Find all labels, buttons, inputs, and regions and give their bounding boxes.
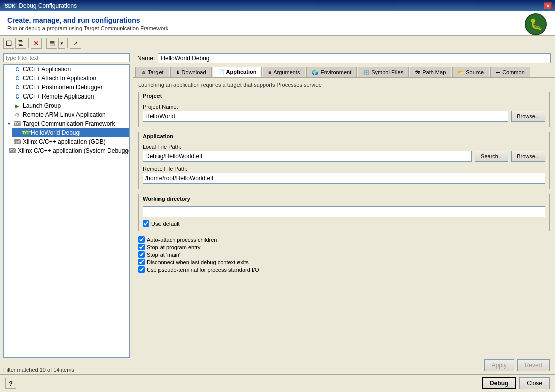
revert-button[interactable]: Revert — [517, 359, 550, 371]
toolbar-separator-3 — [67, 38, 68, 48]
project-group-title: Project — [139, 92, 549, 100]
toolbar-separator-1 — [28, 38, 29, 48]
tree-item-xilinx-sys[interactable]: SYS Xilinx C/C++ application (System Deb… — [4, 146, 129, 155]
bottom-buttons: Apply Revert — [133, 356, 555, 374]
left-panel: C C/C++ Application C C/C++ Attach to Ap… — [0, 51, 133, 374]
tree-item-cc-remote[interactable]: C C/C++ Remote Application — [4, 92, 129, 101]
stop-entry-label: Stop at program entry — [147, 244, 200, 250]
stop-entry-checkbox[interactable] — [138, 244, 145, 250]
tree-item-tcf[interactable]: ▼ TCF Target Communication Framework — [4, 119, 129, 128]
tree-item-label: HelloWorld Debug — [31, 129, 80, 136]
options-section: Auto-attach process children Stop at pro… — [138, 236, 550, 273]
tcf-icon: TCF — [14, 121, 21, 126]
tab-symbol-files[interactable]: 🔣 Symbol Files — [358, 67, 409, 77]
export-button[interactable]: ↗ — [70, 38, 81, 49]
apply-button[interactable]: Apply — [484, 359, 514, 371]
app-logo: 🐛 — [525, 13, 547, 35]
working-dir-group-title: Working directory — [139, 194, 549, 203]
new-icon: ☐ — [6, 39, 12, 47]
filter-button[interactable]: ▤ — [46, 38, 57, 49]
project-group: Project Project Name: Browse... — [138, 92, 550, 127]
delete-icon: ✕ — [33, 39, 39, 47]
tab-path-map[interactable]: 🗺 Path Map — [410, 67, 451, 77]
tree-item-cc-postmortem[interactable]: C C/C++ Postmortem Debugger — [4, 83, 129, 92]
delete-config-button[interactable]: ✕ — [31, 38, 42, 49]
tree-item-helloworld-debug[interactable]: TCF HelloWorld Debug — [12, 128, 129, 137]
header-section: Create, manage, and run configurations R… — [0, 11, 555, 36]
project-name-input[interactable] — [143, 111, 508, 122]
duplicate-icon: ⿻ — [18, 40, 24, 47]
gdb-icon: gdb — [14, 139, 21, 144]
tab-arguments[interactable]: ≡ Arguments — [263, 67, 305, 77]
stop-main-checkbox[interactable] — [138, 251, 145, 258]
tab-label: Arguments — [273, 69, 300, 75]
tree-item-launch-group[interactable]: ▶ Launch Group — [4, 101, 129, 110]
new-config-button[interactable]: ☐ — [3, 38, 14, 49]
filter-icon: ▤ — [49, 40, 55, 47]
tree-item-label: Launch Group — [23, 102, 61, 109]
filter-dropdown-button[interactable]: ▼ — [58, 38, 65, 49]
application-tab-icon: 📄 — [218, 69, 224, 75]
search-button[interactable]: Search... — [475, 151, 508, 162]
local-file-path-input[interactable] — [143, 151, 472, 162]
name-bar: Name: — [133, 51, 555, 65]
tab-common[interactable]: ☰ Common — [490, 67, 530, 77]
tree-hscroll[interactable] — [0, 358, 133, 365]
auto-attach-label: Auto-attach process children — [147, 237, 217, 243]
stop-main-label: Stop at 'main' — [147, 252, 180, 258]
toolbar: ☐ ⿻ ✕ ▤ ▼ ↗ — [0, 36, 555, 51]
disconnect-checkbox[interactable] — [138, 259, 145, 265]
header-subtitle: Run or debug a program using Target Comm… — [7, 25, 548, 31]
launch-icon: ▶ — [14, 103, 21, 109]
working-dir-input[interactable] — [143, 206, 545, 217]
tabs-bar: 🖥 Target ⬇ Download 📄 Application ≡ Argu… — [133, 65, 555, 78]
tree-item-remote-arm[interactable]: ⚙ Remote ARM Linux Application — [4, 110, 129, 119]
tab-source[interactable]: 📂 Source — [452, 67, 489, 77]
remote-file-path-input[interactable] — [143, 173, 545, 184]
tab-target[interactable]: 🖥 Target — [135, 67, 169, 77]
pseudo-terminal-checkbox[interactable] — [138, 266, 145, 273]
tab-label: Path Map — [422, 69, 446, 75]
app-icon: SDK — [3, 3, 17, 9]
debug-button[interactable]: Debug — [482, 377, 516, 389]
source-tab-icon: 📂 — [458, 70, 464, 75]
tab-environment[interactable]: 🌍 Environment — [306, 67, 357, 77]
info-text: Launching an application requires a targ… — [138, 82, 550, 88]
config-name-input[interactable] — [158, 53, 551, 63]
close-button[interactable]: Close — [519, 377, 550, 389]
cc-icon: C — [14, 67, 21, 72]
tree-item-label: C/C++ Application — [23, 66, 71, 73]
tree-item-xilinx-gdb[interactable]: gdb Xilinx C/C++ application (GDB) — [4, 137, 129, 146]
target-tab-icon: 🖥 — [141, 70, 146, 75]
close-window-button[interactable]: ✕ — [544, 2, 552, 9]
tab-label: Target — [148, 69, 164, 75]
tab-label: Environment — [320, 69, 351, 75]
tab-application[interactable]: 📄 Application — [213, 67, 262, 77]
tree-item-label: Xilinx C/C++ application (GDB) — [23, 138, 106, 145]
local-browse-button[interactable]: Browse... — [511, 151, 545, 162]
cc-icon: C — [14, 94, 21, 100]
filter-input[interactable] — [3, 53, 130, 62]
filter-status: Filter matched 10 of 14 items — [0, 365, 133, 374]
window-title: Debug Configurations — [19, 2, 77, 9]
help-button[interactable]: ? — [5, 378, 16, 389]
tree-item-cc-app[interactable]: C C/C++ Application — [4, 65, 129, 74]
application-group-title: Application — [139, 132, 549, 140]
use-default-label: Use default — [151, 221, 180, 227]
tab-label: Symbol Files — [371, 69, 403, 75]
duplicate-config-button[interactable]: ⿻ — [15, 38, 26, 49]
toolbar-separator-2 — [44, 38, 44, 48]
tab-download[interactable]: ⬇ Download — [170, 67, 212, 77]
local-file-label: Local File Path: — [143, 144, 545, 150]
footer: ? Debug Close — [0, 374, 555, 392]
symbol-tab-icon: 🔣 — [363, 70, 369, 75]
tree-item-label: Remote ARM Linux Application — [23, 111, 106, 118]
cc-icon: C — [14, 76, 21, 81]
tree-item-label: C/C++ Remote Application — [23, 93, 94, 100]
working-dir-group: Working directory Use default — [138, 194, 550, 231]
auto-attach-checkbox[interactable] — [138, 236, 145, 243]
project-browse-button[interactable]: Browse... — [511, 111, 545, 122]
tree-item-cc-attach[interactable]: C C/C++ Attach to Application — [4, 74, 129, 83]
chevron-down-icon: ▼ — [60, 41, 64, 46]
use-default-checkbox[interactable] — [143, 220, 149, 227]
